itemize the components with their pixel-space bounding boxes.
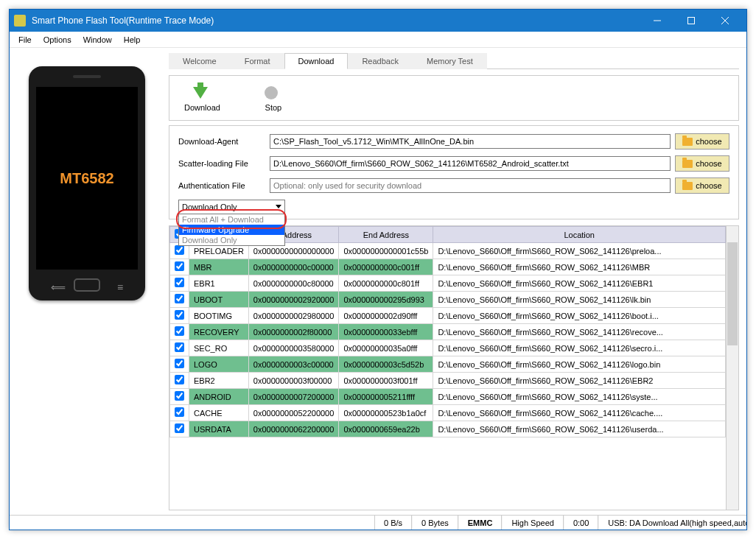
row-name: SEC_RO bbox=[189, 340, 249, 356]
table-row[interactable]: BOOTIMG0x00000000029800000x0000000002d90… bbox=[170, 308, 726, 324]
auth-choose-button[interactable]: choose bbox=[675, 177, 729, 194]
mode-area: Download Only Format All + DownloadFirmw… bbox=[178, 200, 729, 214]
titlebar[interactable]: Smart Phone Flash Tool(Runtime Trace Mod… bbox=[10, 10, 746, 32]
status-speed: 0 B/s bbox=[374, 516, 412, 530]
da-input[interactable] bbox=[270, 134, 671, 149]
row-begin-address: 0x0000000002920000 bbox=[248, 292, 339, 308]
row-begin-address: 0x0000000003f00000 bbox=[248, 373, 339, 389]
scroll-thumb[interactable] bbox=[727, 242, 738, 345]
table-row[interactable]: LOGO0x0000000003c000000x0000000003c5d52b… bbox=[170, 356, 726, 373]
table-row[interactable]: SEC_RO0x00000000035800000x00000000035a0f… bbox=[170, 340, 726, 356]
main-panel: WelcomeFormatDownloadReadbackMemory Test… bbox=[164, 48, 746, 515]
auth-label: Authentication File bbox=[178, 181, 265, 190]
mode-dropdown[interactable]: Download Only bbox=[178, 200, 285, 214]
da-choose-button[interactable]: choose bbox=[675, 133, 729, 150]
table-row[interactable]: UBOOT0x00000000029200000x000000000295d99… bbox=[170, 292, 726, 308]
row-checkbox[interactable] bbox=[175, 245, 184, 255]
table-row[interactable]: RECOVERY0x0000000002f800000x00000000033e… bbox=[170, 324, 726, 340]
row-begin-address: 0x0000000000c80000 bbox=[248, 275, 339, 292]
row-checkbox[interactable] bbox=[175, 391, 184, 401]
window-title: Smart Phone Flash Tool(Runtime Trace Mod… bbox=[32, 15, 640, 26]
phone-illustration: BM MT6582 ⟸ ≡ bbox=[29, 66, 145, 300]
row-check-cell bbox=[170, 259, 189, 275]
row-begin-address: 0x0000000003580000 bbox=[248, 340, 339, 356]
row-checkbox[interactable] bbox=[175, 278, 184, 287]
tab-readback[interactable]: Readback bbox=[348, 53, 413, 69]
mode-option-format-all-download[interactable]: Format All + Download bbox=[179, 214, 284, 225]
hdr-location[interactable]: Location bbox=[433, 227, 726, 243]
row-checkbox[interactable] bbox=[175, 310, 184, 320]
folder-icon bbox=[682, 182, 693, 190]
table-row[interactable]: EBR20x0000000003f000000x0000000003f001ff… bbox=[170, 373, 726, 389]
statusbar: 0 B/s 0 Bytes EMMC High Speed 0:00 USB: … bbox=[10, 515, 746, 530]
menu-window[interactable]: Window bbox=[77, 34, 118, 46]
row-location: D:\Lenovo_S660\Off_firm\S660_ROW_S062_14… bbox=[433, 275, 726, 292]
download-label: Download bbox=[184, 103, 220, 112]
row-location: D:\Lenovo_S660\Off_firm\S660_ROW_S062_14… bbox=[433, 389, 726, 405]
table-row[interactable]: USRDATA0x00000000622000000x0000000659ea2… bbox=[170, 421, 726, 437]
tab-download[interactable]: Download bbox=[284, 53, 349, 69]
row-end-address: 0x00000000033ebfff bbox=[339, 324, 433, 340]
row-begin-address: 0x0000000000c00000 bbox=[248, 259, 339, 275]
menu-file[interactable]: File bbox=[13, 34, 38, 46]
maximize-button[interactable] bbox=[674, 10, 708, 32]
table-row[interactable]: CACHE0x00000000522000000x00000000523b1a0… bbox=[170, 405, 726, 421]
row-check-cell bbox=[170, 373, 189, 389]
vertical-scrollbar[interactable] bbox=[726, 226, 738, 510]
row-location: D:\Lenovo_S660\Off_firm\S660_ROW_S062_14… bbox=[433, 373, 726, 389]
tab-format[interactable]: Format bbox=[231, 53, 284, 69]
back-softkey: ⟸ bbox=[51, 281, 57, 287]
row-checkbox[interactable] bbox=[175, 261, 184, 271]
table-row[interactable]: ANDROID0x00000000072000000x000000005211f… bbox=[170, 389, 726, 405]
row-name: EBR1 bbox=[189, 275, 249, 292]
stop-button[interactable]: Stop bbox=[265, 84, 282, 112]
row-name: UBOOT bbox=[189, 292, 249, 308]
table-row[interactable]: EBR10x0000000000c800000x0000000000c801ff… bbox=[170, 275, 726, 292]
download-button[interactable]: Download bbox=[184, 84, 220, 112]
stop-icon bbox=[265, 84, 282, 102]
file-paths-panel: Download-Agent choose Scatter-loading Fi… bbox=[169, 125, 739, 219]
row-check-cell bbox=[170, 356, 189, 373]
hdr-end[interactable]: End Address bbox=[339, 227, 433, 243]
svg-rect-1 bbox=[688, 18, 695, 24]
menu-help[interactable]: Help bbox=[118, 34, 147, 46]
row-checkbox[interactable] bbox=[175, 407, 184, 417]
tab-memory-test[interactable]: Memory Test bbox=[413, 53, 487, 69]
mode-option-download-only[interactable]: Download Only bbox=[179, 235, 284, 245]
row-checkbox[interactable] bbox=[175, 423, 184, 433]
row-location: D:\Lenovo_S660\Off_firm\S660_ROW_S062_14… bbox=[433, 308, 726, 324]
row-check-cell bbox=[170, 275, 189, 292]
table-row[interactable]: MBR0x0000000000c000000x0000000000c001ffD… bbox=[170, 259, 726, 275]
row-location: D:\Lenovo_S660\Off_firm\S660_ROW_S062_14… bbox=[433, 243, 726, 259]
menu-options[interactable]: Options bbox=[38, 34, 77, 46]
row-name: MBR bbox=[189, 259, 249, 275]
app-window: Smart Phone Flash Tool(Runtime Trace Mod… bbox=[9, 9, 747, 530]
partition-table: n Address End Address Location PRELOADER… bbox=[169, 226, 726, 437]
auth-row: Authentication File choose bbox=[178, 177, 729, 194]
tab-welcome[interactable]: Welcome bbox=[169, 53, 231, 69]
app-icon bbox=[14, 15, 26, 27]
row-check-cell bbox=[170, 389, 189, 405]
minimize-button[interactable] bbox=[640, 10, 674, 32]
row-check-cell bbox=[170, 324, 189, 340]
scatter-choose-button[interactable]: choose bbox=[675, 155, 729, 172]
row-checkbox[interactable] bbox=[175, 294, 184, 303]
row-end-address: 0x0000000659ea22b bbox=[339, 421, 433, 437]
download-arrow-icon bbox=[193, 84, 211, 102]
row-checkbox[interactable] bbox=[175, 375, 184, 384]
chip-label: MT6582 bbox=[60, 170, 113, 187]
mode-dropdown-list: Format All + DownloadFirmware UpgradeDow… bbox=[178, 214, 285, 246]
close-button[interactable] bbox=[708, 10, 742, 32]
row-checkbox[interactable] bbox=[175, 359, 184, 368]
row-begin-address: 0x0000000052200000 bbox=[248, 405, 339, 421]
download-agent-row: Download-Agent choose bbox=[178, 133, 729, 150]
row-checkbox[interactable] bbox=[175, 342, 184, 352]
row-checkbox[interactable] bbox=[175, 326, 184, 336]
status-bytes: 0 Bytes bbox=[412, 516, 458, 530]
row-name: CACHE bbox=[189, 405, 249, 421]
auth-input[interactable] bbox=[270, 178, 671, 193]
scatter-input[interactable] bbox=[270, 156, 671, 171]
row-check-cell bbox=[170, 340, 189, 356]
mode-option-firmware-upgrade[interactable]: Firmware Upgrade bbox=[179, 225, 284, 235]
row-begin-address: 0x0000000007200000 bbox=[248, 389, 339, 405]
